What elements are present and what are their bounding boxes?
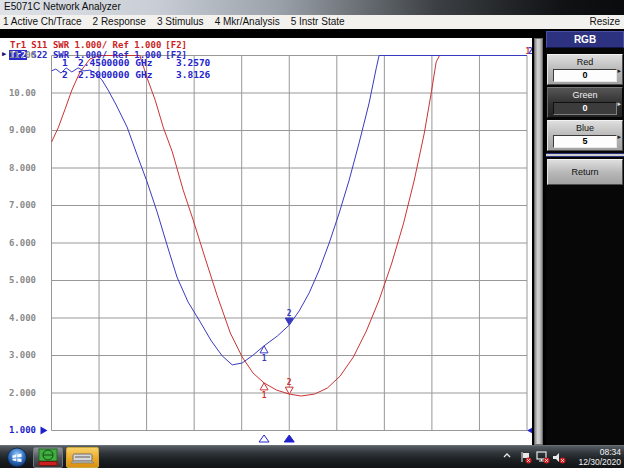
softkey-arrow-icon: ▸ [617,133,621,140]
softkey-arrow-icon: ▸ [617,100,621,107]
trace-name: Tr1 [9,40,27,50]
y-axis-label: 7.000 [2,200,36,210]
trace-format: S11 SWR 1.000/ Ref 1.000 [31,40,161,50]
y-axis-label: 11.00 [2,50,36,60]
softkey-menu: RGB Red0▸Green0▸Blue5▸ Return [546,31,624,445]
marker-frequency: 2.4500000 GHz [78,57,152,68]
taskbar-app-analyzer[interactable] [33,447,63,468]
y-axis-label: 5.000 [2,275,36,285]
svg-text:2: 2 [528,47,532,56]
window-title: E5071C Network Analyzer [4,1,121,12]
softkey-value: 5 [553,135,617,148]
active-trace-arrow-icon [2,40,9,48]
softkey-menu-title: RGB [546,31,624,48]
softkey-value: 0 [553,69,617,82]
y-axis-label: 3.000 [2,350,36,360]
y-axis-label: 10.00 [2,88,36,98]
marker-number: 2 [62,69,68,80]
y-axis-label: 8.000 [2,163,36,173]
scrollbar[interactable] [534,38,543,445]
taskbar: 08:34 12/30/2020 [0,445,624,468]
softkey-label: Green [548,90,622,100]
softkey-arrow-icon: ▸ [617,67,621,74]
menu-items: 1 Active Ch/Trace2 Response3 Stimulus4 M… [3,15,356,29]
swr-plot: 121212 [0,38,532,445]
return-button[interactable]: Return [547,159,623,185]
application-window: E5071C Network Analyzer 1 Active Ch/Trac… [0,0,624,468]
clock-date: 12/30/2020 [563,458,621,468]
tray-expand-icon[interactable] [502,451,512,461]
y-axis-label: 2.000 [2,388,36,398]
start-button[interactable] [5,447,29,468]
trace-end-labels: 12 [526,47,533,56]
y-axis-label: 9.000 [2,125,36,135]
windows-logo-icon [5,447,29,468]
network-status-icon[interactable] [536,451,550,464]
y-axis-label: 6.000 [2,238,36,248]
resize-button[interactable]: Resize [589,15,620,28]
y-axis-label: 1.000 [2,425,36,435]
svg-text:1: 1 [262,391,267,400]
clock[interactable]: 08:34 12/30/2020 [563,448,621,467]
menu-item-4[interactable]: 4 Mkr/Analysis [215,15,280,28]
y-axis-label: 4.000 [2,313,36,323]
stimulus-marker-indicators [259,435,294,442]
menu-item-5[interactable]: 5 Instr State [291,15,345,28]
window-titlebar[interactable]: E5071C Network Analyzer [0,0,624,16]
softkey-green[interactable]: Green0▸ [547,87,623,118]
menu-item-2[interactable]: 2 Response [93,15,146,28]
softkey-label: Red [548,57,622,67]
menu-bar: 1 Active Ch/Trace2 Response3 Stimulus4 M… [0,15,624,30]
softkey-blue[interactable]: Blue5▸ [547,120,623,151]
menu-item-3[interactable]: 3 Stimulus [157,15,204,28]
plot-markers: 1212 [260,309,293,400]
keyboard-icon [67,448,98,467]
channel-window: 121212 Tr1S11 SWR 1.000/ Ref 1.000[F2]▶T… [0,38,532,445]
trace-channel-tag: [F2] [165,40,187,50]
trace-status-tr1[interactable]: Tr1S11 SWR 1.000/ Ref 1.000[F2] [2,40,187,50]
graticule [52,56,528,431]
marker-frequency: 2.5000000 GHz [78,69,152,80]
marker-value: 3.8126 [176,69,210,80]
menu-item-1[interactable]: 1 Active Ch/Trace [3,15,82,28]
svg-text:1: 1 [262,354,267,363]
instrument-display: 121212 Tr1S11 SWR 1.000/ Ref 1.000[F2]▶T… [0,29,624,445]
softkey-separator [546,153,624,157]
action-center-flag-icon[interactable] [519,451,532,464]
marker-value: 3.2570 [176,57,210,68]
svg-text:2: 2 [287,309,292,318]
svg-text:2: 2 [287,378,292,387]
softkey-value: 0 [553,102,617,115]
taskbar-app-keyboard[interactable] [66,447,99,468]
marker-number: 1 [62,57,68,68]
network-analyzer-app-icon [34,448,62,467]
softkey-red[interactable]: Red0▸ [547,54,623,85]
softkey-label: Blue [548,123,622,133]
